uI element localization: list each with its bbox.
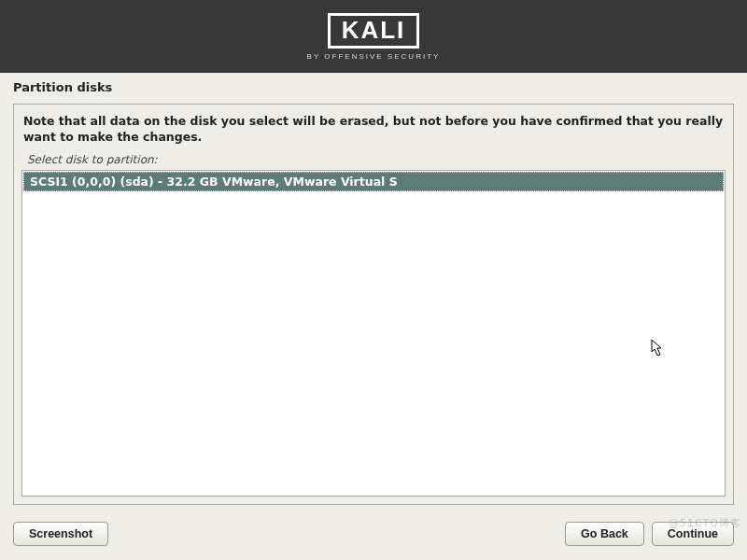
erase-warning: Note that all data on the disk you selec… — [21, 114, 726, 153]
disk-item-sda[interactable]: SCSI1 (0,0,0) (sda) - 32.2 GB VMware, VM… — [23, 172, 724, 191]
kali-logo-text: KALI — [328, 13, 420, 49]
button-bar: Screenshot Go Back Continue — [13, 522, 734, 546]
partition-frame: Note that all data on the disk you selec… — [13, 104, 734, 505]
go-back-button[interactable]: Go Back — [565, 522, 644, 546]
watermark: @51CTO博客 — [669, 516, 741, 530]
select-disk-label: Select disk to partition: — [21, 153, 726, 170]
kali-logo: KALI BY OFFENSIVE SECURITY — [307, 13, 441, 61]
kali-logo-subtitle: BY OFFENSIVE SECURITY — [307, 52, 441, 61]
page-title: Partition disks — [0, 73, 747, 104]
disk-list[interactable]: SCSI1 (0,0,0) (sda) - 32.2 GB VMware, VM… — [21, 170, 726, 497]
screenshot-button[interactable]: Screenshot — [13, 522, 108, 546]
installer-banner: KALI BY OFFENSIVE SECURITY — [0, 0, 747, 73]
